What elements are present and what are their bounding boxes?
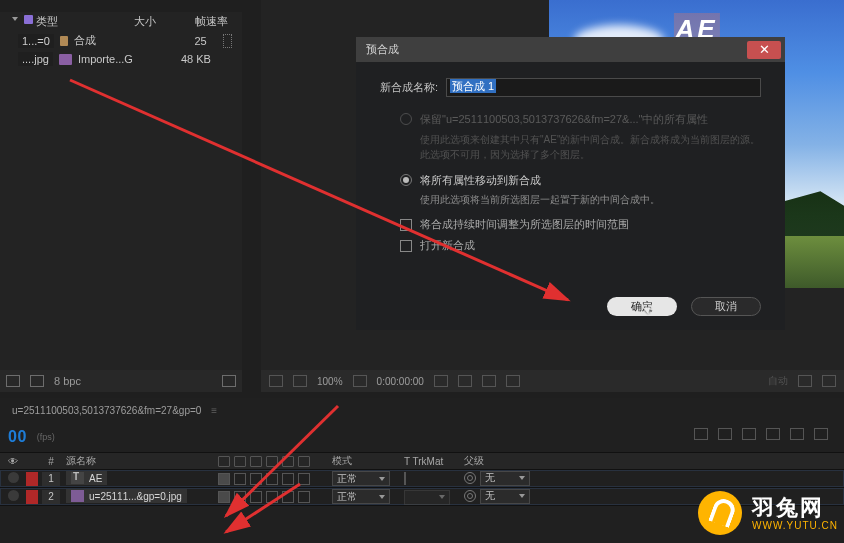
switch[interactable]: [234, 473, 246, 485]
switch[interactable]: [218, 491, 230, 503]
watermark-cn: 羽兔网: [752, 495, 838, 520]
project-panel: 类型 大小 帧速率 1...=0 合成 25 ....jpg Importe..…: [0, 12, 242, 392]
switch[interactable]: [298, 473, 310, 485]
parent-select[interactable]: 无: [464, 489, 530, 504]
pickwhip-icon[interactable]: [464, 490, 476, 502]
radio-leave-attrs-desc: 使用此选项来创建其中只有"AE"的新中间合成。新合成将成为当前图层的源。此选项不…: [420, 132, 761, 162]
timeline-col-header: 👁 # 源名称 模式 T TrkMat 父级: [0, 452, 844, 470]
search-icon[interactable]: [694, 428, 708, 440]
col-type-header[interactable]: 类型: [36, 14, 106, 29]
switch[interactable]: [250, 473, 262, 485]
layer-name[interactable]: u=25111...&gp=0.jpg: [66, 489, 187, 503]
switches-icon[interactable]: [814, 428, 828, 440]
label-colour-icon: [24, 15, 33, 24]
fps-label: (fps): [37, 432, 55, 442]
close-button[interactable]: ✕: [747, 41, 781, 59]
trk-toggle[interactable]: [404, 472, 406, 485]
vis-toggle[interactable]: [8, 472, 19, 483]
switch[interactable]: [266, 491, 278, 503]
radio-leave-attrs: [400, 113, 412, 125]
pickwhip-icon[interactable]: [464, 472, 476, 484]
camera-icon[interactable]: [798, 375, 812, 387]
col-parent: 父级: [460, 454, 546, 468]
bin-icon[interactable]: [6, 375, 20, 387]
graph-icon[interactable]: [718, 428, 732, 440]
watermark-url: WWW.YUTU.CN: [752, 520, 838, 532]
col-fps-header[interactable]: 帧速率: [156, 14, 232, 29]
sort-arrow-icon: [12, 17, 18, 21]
folder-new-icon[interactable]: [30, 375, 44, 387]
row-label: ....jpg: [18, 52, 53, 66]
shy-icon[interactable]: [742, 428, 756, 440]
check-adjust-duration[interactable]: [400, 219, 412, 231]
name-row: 新合成名称: 预合成 1: [380, 78, 761, 97]
mode-select[interactable]: 正常: [332, 489, 390, 504]
grid-icon[interactable]: [269, 375, 283, 387]
image-layer-icon: [71, 490, 84, 502]
channel-icon[interactable]: [458, 375, 472, 387]
radio-move-attrs[interactable]: [400, 174, 412, 186]
resolution-value[interactable]: 自动: [768, 374, 788, 388]
name-input[interactable]: 预合成 1: [446, 78, 761, 97]
label-colour[interactable]: [26, 472, 38, 486]
switch-star-icon: [234, 456, 246, 467]
view-icon[interactable]: [822, 375, 836, 387]
col-size-header[interactable]: 大小: [106, 14, 156, 29]
check-adjust-duration-label: 将合成持续时间调整为所选图层的时间范围: [420, 217, 629, 232]
switch[interactable]: [282, 473, 294, 485]
layer-name-text: u=25111...&gp=0.jpg: [89, 491, 182, 502]
tab-menu-icon[interactable]: ≡: [211, 405, 217, 416]
ok-button[interactable]: 确定: [607, 297, 677, 316]
clock-icon[interactable]: [790, 428, 804, 440]
row-name: Importe...G: [78, 53, 163, 65]
close-icon: ✕: [759, 43, 770, 56]
mask-icon[interactable]: [293, 375, 307, 387]
switch-mb-icon: [266, 456, 278, 467]
dialog-body: 新合成名称: 预合成 1 保留"u=2511100503,5013737626&…: [356, 62, 785, 273]
dialog-buttons: 确定 取消: [607, 297, 761, 316]
project-row[interactable]: 1...=0 合成 25: [0, 31, 242, 50]
hand-icon[interactable]: [353, 375, 367, 387]
trash-icon[interactable]: [222, 375, 236, 387]
check-adjust-duration-row: 将合成持续时间调整为所选图层的时间范围: [400, 217, 761, 232]
zoom-value[interactable]: 100%: [317, 376, 343, 387]
vis-toggle[interactable]: [8, 490, 19, 501]
layer-name[interactable]: AE: [66, 471, 107, 485]
switch[interactable]: [218, 473, 230, 485]
switch-set: [218, 491, 310, 503]
col-source[interactable]: 源名称: [62, 454, 216, 468]
text-layer-icon: [71, 472, 84, 484]
image-icon: [59, 54, 72, 65]
mode-select[interactable]: 正常: [332, 471, 390, 486]
switch[interactable]: [282, 491, 294, 503]
bpc-label[interactable]: 8 bpc: [54, 375, 81, 387]
time-value[interactable]: 0:00:00:00: [377, 376, 424, 387]
label-colour[interactable]: [26, 490, 38, 504]
check-open-new-row: 打开新合成: [400, 238, 761, 253]
chevron-down-icon: [439, 495, 445, 499]
row-label: 1...=0: [18, 34, 54, 48]
switch[interactable]: [250, 491, 262, 503]
project-row[interactable]: ....jpg Importe...G 48 KB: [0, 50, 242, 68]
timeline-tool-icons: [694, 428, 828, 440]
switch[interactable]: [266, 473, 278, 485]
timeline-tab[interactable]: u=2511100503,5013737626&fm=27&gp=0 ≡: [0, 398, 844, 422]
option-2: 将所有属性移动到新合成 使用此选项将当前所选图层一起置于新的中间合成中。: [400, 172, 761, 208]
time-code[interactable]: 00: [8, 428, 27, 446]
snapshot-icon[interactable]: [434, 375, 448, 387]
check-open-new[interactable]: [400, 240, 412, 252]
col-vis: 👁: [0, 456, 26, 467]
layer-index: 1: [42, 472, 60, 486]
chevron-down-icon: [379, 495, 385, 499]
switch[interactable]: [298, 491, 310, 503]
col-switches: [216, 456, 328, 467]
timeline-row[interactable]: 1 AE 正常: [0, 470, 844, 488]
parent-select[interactable]: 无: [464, 471, 530, 486]
trk-select[interactable]: [404, 490, 450, 505]
switch[interactable]: [234, 491, 246, 503]
palette-icon[interactable]: [482, 375, 496, 387]
dialog-titlebar[interactable]: 预合成 ✕: [356, 37, 785, 62]
cancel-button[interactable]: 取消: [691, 297, 761, 316]
motion-blur-icon[interactable]: [766, 428, 780, 440]
resolution-icon[interactable]: [506, 375, 520, 387]
